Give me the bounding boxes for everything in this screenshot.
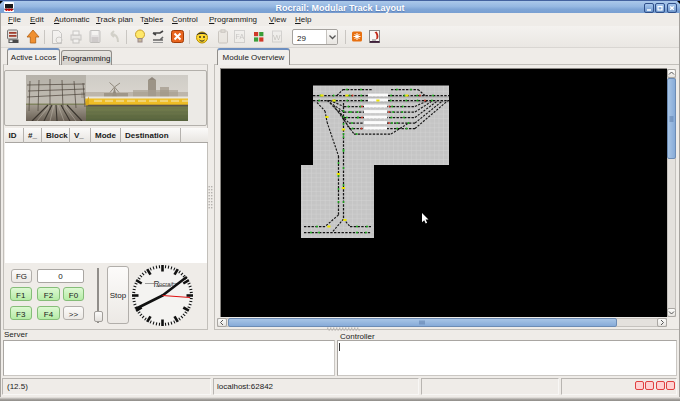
svg-text:ocrail: ocrail — [159, 281, 173, 287]
svg-text:W: W — [273, 33, 281, 42]
svg-text:FA: FA — [236, 33, 245, 40]
